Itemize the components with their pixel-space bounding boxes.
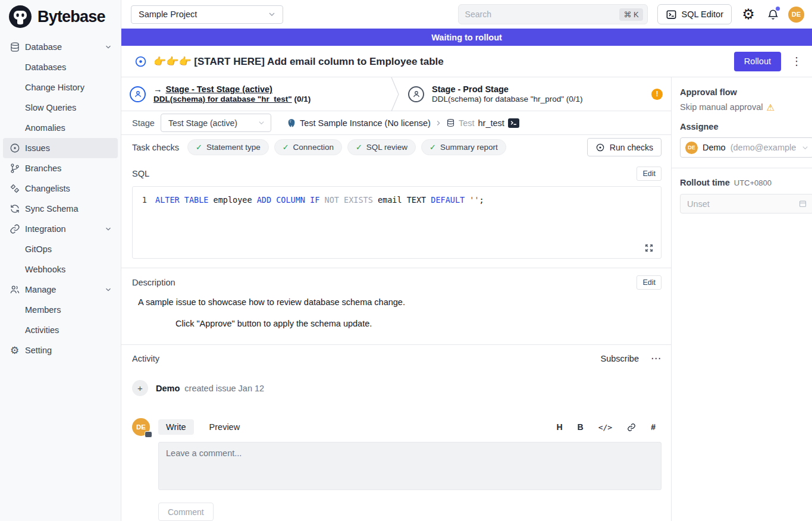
check-success-icon: ✓ <box>196 143 202 152</box>
comment-submit-button[interactable]: Comment <box>158 503 214 521</box>
bold-icon[interactable]: B <box>578 422 584 432</box>
project-select[interactable]: Sample Project <box>131 5 283 24</box>
sql-editor-view[interactable]: 1 ALTER TABLE employee ADD COLUMN IF NOT… <box>132 186 661 259</box>
notifications-bell-icon[interactable] <box>765 7 780 22</box>
stage-separator <box>390 77 400 111</box>
sidebar-item-anomalies[interactable]: Anomalies <box>0 118 121 138</box>
rollout-button[interactable]: Rollout <box>734 52 781 71</box>
check-pill-statement-type[interactable]: ✓ Statement type <box>187 139 269 155</box>
sidebar-item-webhooks[interactable]: Webhooks <box>0 259 121 280</box>
settings-gear-icon[interactable]: ⚙ <box>741 7 756 22</box>
stage-select[interactable]: Test Stage (active) <box>161 114 271 132</box>
sidebar-nav: Database Databases Change History Slow Q… <box>0 33 121 364</box>
sidebar-item-activities[interactable]: Activities <box>0 320 121 340</box>
check-pills: ✓ Statement type ✓ Connection ✓ SQL revi… <box>187 139 506 155</box>
kebab-menu-icon[interactable]: ⋮ <box>791 55 802 68</box>
topbar: Sample Project ⌘ K SQL Editor ⚙ DE <box>121 0 812 29</box>
user-avatar[interactable]: DE <box>788 7 804 23</box>
stage-name: Stage - Prod Stage <box>432 84 509 94</box>
postgresql-icon <box>287 118 296 128</box>
stage-progress: (0/1) <box>566 95 583 103</box>
approval-flow-label: Approval flow <box>680 87 812 97</box>
sidebar-item-gitops[interactable]: GitOps <box>0 239 121 259</box>
approval-flow-value: Skip manual approval <box>680 102 763 112</box>
bytebase-logo-icon <box>8 5 32 29</box>
database-icon <box>9 42 20 53</box>
assignee-email: (demo@example <box>731 143 797 152</box>
chevron-down-icon <box>104 225 112 233</box>
description-edit-button[interactable]: Edit <box>637 275 661 290</box>
instance-link[interactable]: Test Sample Instance (No license) <box>300 118 431 128</box>
sql-editor-button[interactable]: SQL Editor <box>657 4 732 24</box>
plus-icon: + <box>132 380 148 396</box>
gear-icon: ⚙ <box>9 345 20 356</box>
comment-input[interactable] <box>158 442 661 490</box>
description-label: Description <box>132 278 175 287</box>
comment-avatar: DE <box>132 418 150 436</box>
link-icon <box>9 224 20 235</box>
notification-dot <box>776 7 780 11</box>
run-checks-button[interactable]: Run checks <box>587 138 661 156</box>
terminal-icon <box>666 9 677 20</box>
sidebar-item-manage[interactable]: Manage <box>0 280 121 300</box>
open-sql-editor-icon[interactable] <box>508 118 519 128</box>
issue-header: 👉👉👉 [START HERE] Add email column to Emp… <box>121 46 812 77</box>
check-pill-connection[interactable]: ✓ Connection <box>274 139 342 155</box>
chevron-down-icon <box>104 285 112 294</box>
search-box[interactable]: ⌘ K <box>458 4 648 24</box>
sidebar-item-slow-queries[interactable]: Slow Queries <box>0 98 121 118</box>
check-pill-sql-review[interactable]: ✓ SQL review <box>347 139 416 155</box>
assignee-select[interactable]: DE Demo (demo@example <box>680 137 812 158</box>
tab-preview[interactable]: Preview <box>202 419 248 435</box>
search-input[interactable] <box>465 10 620 19</box>
issue-title: 👉👉👉 [START HERE] Add email column to Emp… <box>153 55 734 68</box>
sidebar-item-integration[interactable]: Integration <box>0 219 121 239</box>
stage-card-prod[interactable]: Stage - Prod Stage DDL(schema) for datab… <box>400 77 671 111</box>
check-pill-summary-report[interactable]: ✓ Summary report <box>421 139 506 155</box>
brand-name: Bytebase <box>37 8 105 26</box>
comment-tabs: Write Preview H B </> # <box>158 418 661 436</box>
comment-editor: DE Write Preview H B </> <box>121 418 671 521</box>
stage-card-test[interactable]: → Stage - Test Stage (active) DDL(schema… <box>121 77 390 111</box>
comment-toolbar: H B </> # <box>556 422 661 432</box>
calendar-icon <box>798 199 807 208</box>
assignee-label: Assignee <box>680 122 812 131</box>
sidebar-item-issues[interactable]: Issues <box>3 138 118 158</box>
description-section: Description Edit A sample issue to showc… <box>121 268 671 337</box>
sidebar-item-sync-schema[interactable]: Sync Schema <box>0 199 121 219</box>
description-text: A sample issue to showcase how to review… <box>138 297 661 307</box>
check-success-icon: ✓ <box>356 143 362 152</box>
chevron-down-icon <box>801 143 810 152</box>
sql-edit-button[interactable]: Edit <box>637 167 661 181</box>
code-icon[interactable]: </> <box>598 423 612 432</box>
issue-detail: → Stage - Test Stage (active) DDL(schema… <box>121 77 671 521</box>
users-icon <box>9 284 20 296</box>
activity-entry: + Demo created issue Jan 12 <box>132 380 661 396</box>
sidebar-item-database[interactable]: Database <box>0 37 121 57</box>
sidebar-item-setting[interactable]: ⚙ Setting <box>0 340 121 360</box>
fullscreen-expand-icon[interactable] <box>644 243 654 253</box>
link-icon[interactable] <box>627 423 636 432</box>
rollout-time-value: Unset <box>687 199 710 209</box>
run-checks-icon <box>595 143 605 152</box>
brand-logo[interactable]: Bytebase <box>0 0 121 33</box>
heading-icon[interactable]: H <box>556 422 562 432</box>
activity-actor: Demo <box>156 384 180 393</box>
sidebar-item-changelists[interactable]: Changelists <box>0 178 121 199</box>
active-arrow-icon: → <box>153 84 162 94</box>
subscribe-button[interactable]: Subscribe <box>601 354 639 363</box>
database-link[interactable]: hr_test <box>478 118 504 128</box>
hash-icon[interactable]: # <box>651 422 656 432</box>
environment-name: Test <box>459 118 475 128</box>
sidebar-item-members[interactable]: Members <box>0 300 121 320</box>
sidebar-item-change-history[interactable]: Change History <box>0 77 121 98</box>
sidebar-item-branches[interactable]: Branches <box>0 158 121 178</box>
activity-label: Activity <box>132 354 159 363</box>
rollout-time-label: Rollout time <box>680 178 730 187</box>
rollout-time-input[interactable]: Unset <box>680 194 812 214</box>
more-menu-icon[interactable]: ⋯ <box>651 352 661 365</box>
sidebar-item-databases[interactable]: Databases <box>0 57 121 77</box>
chevron-right-icon <box>434 119 443 127</box>
tab-write[interactable]: Write <box>158 419 194 435</box>
pencil-ruler-icon <box>9 183 20 194</box>
